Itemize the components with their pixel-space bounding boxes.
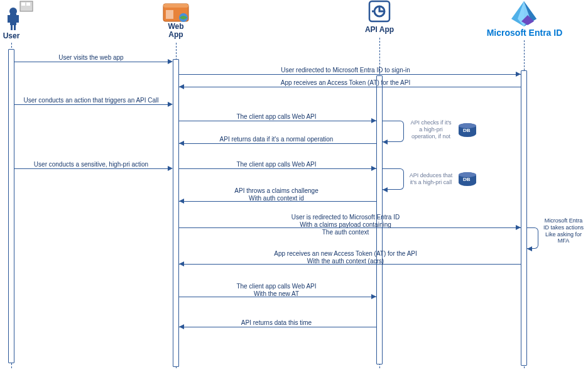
m12b: With a claims payload containing bbox=[300, 221, 391, 228]
svg-rect-4 bbox=[11, 25, 13, 30]
svg-rect-7 bbox=[21, 3, 25, 6]
sequence-diagram: User Web App API App Microsoft Entra ID bbox=[0, 0, 588, 372]
msg11-arrow bbox=[179, 199, 184, 204]
m6c: operation, if not bbox=[411, 133, 450, 140]
msg7-arrow bbox=[179, 141, 184, 146]
msg14-arrow bbox=[179, 261, 184, 266]
svg-rect-5 bbox=[14, 25, 16, 30]
activation-web bbox=[173, 59, 179, 367]
m12c: The auth context bbox=[322, 229, 369, 236]
msg1-arrow bbox=[168, 59, 173, 64]
msg5-text: The client app calls Web API bbox=[220, 113, 333, 120]
msg6-arrow bbox=[383, 140, 388, 145]
msg7-line bbox=[179, 143, 376, 144]
msg4-arrow bbox=[168, 102, 173, 107]
msg16-text: API returns data this time bbox=[220, 319, 333, 326]
msg15-text: The client app calls Web API With the ne… bbox=[214, 283, 339, 298]
msg2-arrow bbox=[516, 72, 521, 77]
msg4-text: User conducts an action that triggers an… bbox=[19, 97, 163, 104]
msg10-arrow bbox=[383, 187, 388, 192]
entra-icon bbox=[509, 0, 539, 29]
db-icon-1: DB bbox=[459, 123, 476, 137]
msg15-arrow bbox=[371, 294, 376, 299]
apiapp-icon bbox=[368, 0, 391, 24]
db1-txt: DB bbox=[463, 128, 471, 133]
svg-rect-3 bbox=[16, 15, 19, 23]
m14a: App receives an new Access Token (AT) fo… bbox=[274, 250, 417, 257]
actor-entra-label: Microsoft Entra ID bbox=[484, 28, 565, 38]
activation-entra bbox=[521, 70, 527, 366]
msg11-text: API throws a claims challenge With auth … bbox=[214, 187, 339, 202]
actor-user-label: User bbox=[0, 31, 23, 40]
user-icon bbox=[4, 0, 35, 31]
web-label-2: App bbox=[168, 30, 183, 39]
msg8-arrow bbox=[168, 166, 173, 171]
msg1-line bbox=[14, 62, 168, 62]
svg-rect-8 bbox=[26, 3, 30, 6]
m15a: The client app calls Web API bbox=[236, 283, 316, 290]
svg-rect-10 bbox=[163, 4, 188, 8]
msg8-text: User conducts a sensitive, high-pri acti… bbox=[19, 161, 163, 168]
msg8-line bbox=[14, 168, 168, 169]
m13b: ID takes actions bbox=[543, 224, 584, 231]
msg3-line bbox=[179, 87, 521, 87]
msg9-line bbox=[179, 168, 376, 169]
actor-web-label: Web App bbox=[163, 23, 188, 39]
m6b: a high-pri bbox=[419, 126, 443, 133]
m15b: With the new AT bbox=[254, 290, 299, 297]
m6a: API checks if it's bbox=[410, 119, 451, 126]
msg3-arrow bbox=[179, 84, 184, 89]
m13a: Microsoft Entra bbox=[545, 217, 583, 224]
m13d: MFA bbox=[558, 238, 570, 244]
msg6-loop bbox=[383, 121, 404, 142]
msg5-arrow bbox=[371, 118, 376, 123]
m14b: With the auth context (acrs) bbox=[307, 258, 384, 265]
msg3-text: App receives an Access Token (AT) for th… bbox=[251, 79, 440, 86]
msg14-text: App receives an new Access Token (AT) fo… bbox=[251, 250, 440, 265]
db-icon-2: DB bbox=[459, 172, 476, 186]
msg5-line bbox=[179, 121, 376, 121]
web-label-1: Web bbox=[168, 22, 183, 31]
m10a: API deduces that bbox=[410, 172, 453, 178]
m10b: it's a high-pri call bbox=[410, 179, 452, 185]
msg13-text: Microsoft Entra ID takes actions Like as… bbox=[540, 217, 587, 244]
msg9-text: The client app calls Web API bbox=[220, 161, 333, 168]
msg10-text: API deduces that it's a high-pri call bbox=[406, 172, 456, 186]
msg9-arrow bbox=[371, 166, 376, 171]
actor-api-label: API App bbox=[363, 25, 396, 34]
svg-rect-11 bbox=[166, 10, 173, 19]
msg13-arrow bbox=[527, 246, 532, 251]
svg-rect-1 bbox=[10, 14, 16, 25]
m11b: With auth context id bbox=[249, 195, 304, 202]
msg16-line bbox=[179, 327, 376, 327]
svg-rect-2 bbox=[8, 15, 10, 23]
msg1-text: User visits the web app bbox=[38, 54, 144, 61]
m12a: User is redirected to Microsoft Entra ID bbox=[291, 214, 400, 221]
msg2-text: User redirected to Microsoft Entra ID to… bbox=[251, 67, 440, 74]
msg10-loop bbox=[383, 168, 404, 190]
msg12-arrow bbox=[516, 225, 521, 230]
msg12-text: User is redirected to Microsoft Entra ID… bbox=[264, 214, 427, 236]
msg2-line bbox=[179, 74, 521, 75]
activation-user bbox=[8, 49, 14, 363]
msg7-text: API returns data if it's a normal operat… bbox=[207, 136, 346, 143]
msg4-line bbox=[14, 104, 168, 105]
msg6-text: API checks if it's a high-pri operation,… bbox=[406, 119, 456, 140]
m11a: API throws a claims challenge bbox=[234, 187, 318, 194]
m13c: Like asking for bbox=[545, 231, 582, 238]
db2-txt: DB bbox=[463, 177, 471, 182]
msg13-loop bbox=[527, 227, 538, 249]
msg16-arrow bbox=[179, 324, 184, 329]
